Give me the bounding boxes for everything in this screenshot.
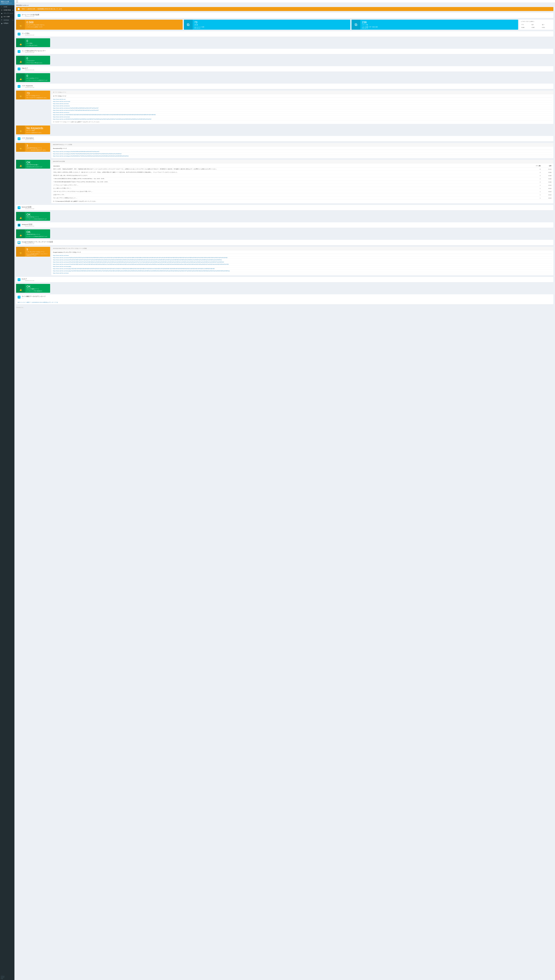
table-row: 所沢店の引っ越しの為、9月30日(土)はお休みさせてただきます。20.029 <box>53 174 552 177</box>
brand-header: BBネイル 様 OhNeed Support ページ <box>0 0 14 5</box>
download-link[interactable]: BBネイル サイト解析データ(2018/02/12 00:41:08取得)をダウ… <box>18 302 58 303</box>
clock-icon: ◷ <box>1 9 3 11</box>
link-item[interactable]: https://www.nail-bb.com/%E3%83%9C%E3%83%… <box>53 114 552 116</box>
table-row: 〒359-1131埼玉県所沢市久米551-10 湯藤ビル3FTEL: 04-29… <box>53 177 552 181</box>
link-item[interactable]: https://www.nail-bb.com/campaign/%E3%81%… <box>53 267 552 270</box>
table-row: BBネイル所沢・川越店は完全要望で、所沢・川越地域の皆様に愛されるアットホームな… <box>53 168 552 171</box>
link-item[interactable]: https://www.nail-bb.com/access/%e5%b0%8f… <box>53 107 552 109</box>
chart-icon: ▤ <box>1 16 3 18</box>
link-item[interactable]: https://www.nail-bb.com/menu <box>53 102 552 105</box>
thumb-up-icon <box>19 233 21 235</box>
desc-stat: 3 DESCRIPTIONのないページ 3ページにdescriptionが設定さ… <box>16 143 50 152</box>
thumb-up-icon <box>19 77 21 78</box>
table-row: 大人っぽいデザインの親指を入れました^_…10.014 <box>53 197 552 200</box>
topbar <box>14 0 555 3</box>
alert-text: 「BBネール様Web分析」の更新期限が2018-03-30に迫っています。 <box>21 8 63 10</box>
section-icon: D <box>18 137 21 140</box>
link-item[interactable]: https://www.nail-bb.com/campaign <box>53 266 552 267</box>
link-item[interactable]: https://www.nail-bb.com/news/10%e6%9c%88… <box>53 259 552 261</box>
table-row: スモーキーピンクでマットネイルですがパールと合わせて可愛いです^_…10.014 <box>53 190 552 193</box>
thumb-down-icon <box>19 129 21 131</box>
nav-item[interactable]: ◷HOME PAGE▾ <box>0 8 14 12</box>
desc-ok-detail: DESCRIPTIONの詳細 descriptionページ数比率BBネイル所沢・… <box>51 160 553 203</box>
thumb-down-icon <box>19 94 21 96</box>
menu-toggle-icon[interactable] <box>16 0 18 2</box>
brand-title: BBネイル 様 <box>1 1 13 2</box>
ga-stat: 9 トラッキングコードのないページ 9ページにGoogle Analyticsト… <box>16 247 50 257</box>
sidebar-footer: OhNeed Support Page <box>0 975 14 980</box>
link-broken-stat: 0 リンク切れ リンク切れはありません <box>16 38 50 47</box>
brand-sub: OhNeed Support ページ <box>1 2 13 4</box>
link-item[interactable]: https://www.nail-bb.com/news <box>53 255 552 257</box>
section-icon: ⚠ <box>18 50 21 53</box>
section-icon: T <box>18 67 21 70</box>
link-item[interactable]: https://www.nail-bb.com/contact <box>53 116 552 118</box>
nav-item[interactable]: GGOOGLE+ <box>0 18 14 22</box>
response-table: レスポンスタイム(SEC.) 平均 最大 最小 0.568 3.587 0.37… <box>519 20 553 30</box>
link-item[interactable]: https://www.nail-bb.com/campaign/%e3%81%… <box>53 270 552 272</box>
caret-icon: + <box>13 19 13 21</box>
h1-stat: OK H1タグが複数のページ すべてのページでH1が1個定義です <box>16 284 50 293</box>
nav-item[interactable]: ▦利用規約 <box>0 22 14 25</box>
section-icon: 📊 <box>18 241 21 244</box>
ga-detail: GOOGLE ANALYTICSトラッキングコードのないページの詳細 Googl… <box>51 247 553 275</box>
link-item[interactable]: https://www.nail-bb.com/category/%e5%b7%… <box>53 153 552 155</box>
alert-icon: ! <box>18 8 20 10</box>
nav-item[interactable]: ▣スナップショット <box>0 12 14 15</box>
thumb-up-icon <box>19 215 21 217</box>
section-icon: ⬇ <box>18 296 21 298</box>
section-icon: 📱 <box>18 224 21 227</box>
alert-banner: ! 「BBネール様Web分析」の更新期限が2018-03-30に迫っています。 <box>16 7 553 11</box>
access-error-stat: 0 アクセスエラー アクセスできないURLはありません <box>16 56 50 64</box>
table-row: お花のデザインです…10.014 <box>53 193 552 197</box>
content: 英数英数のお知らせ ! 「BBネール様Web分析」の更新期限が2018-03-3… <box>14 0 555 980</box>
section-icon: K <box>18 85 21 88</box>
thumb-up-icon <box>19 163 21 165</box>
sitemap-icon: ⧉ <box>187 22 189 27</box>
link-item[interactable]: https://www.nail-bb.com/category/%e9%96%… <box>53 155 552 157</box>
speed-section: ⏱ ホームページの表示速度 ——— 2018/02/12 00:41:08 <box>16 13 553 18</box>
link-item[interactable]: https://www.nail-bb.com/access <box>53 105 552 107</box>
section-icon: H <box>18 278 21 281</box>
sitemap-icon: ⧉ <box>355 22 357 27</box>
desc-detail: DESCRIPTIONのないページの詳細 Descriptionのないページ h… <box>51 143 553 158</box>
title-stat: 0 タイトルのないページ すべてのページにタイトルが設定されています <box>16 73 50 82</box>
favicon-stat: OK FAVICONのないページ すべてのページにfaviconが設定されていま… <box>16 212 50 221</box>
table-row: パープルとシルバーを使ったデザインです^_…10.014 <box>53 184 552 187</box>
link-item[interactable]: https://www.nail-bb.com/concept <box>53 101 552 102</box>
thumb-down-icon <box>19 24 21 26</box>
link-broken-section: 🔗 リンク切れ ——— 2018/02/12 00:41:08 <box>16 31 553 37</box>
table-row: 日頃よりBBネイル所沢店をご利用いただきまして、誠にありがとうございます。当店は… <box>53 171 552 174</box>
link-item[interactable]: https://www.nail-bb.com/access/%e5%b7%9d… <box>53 109 552 112</box>
nav-item[interactable]: ⌂HOME <box>0 5 14 8</box>
info-box: ⧉236メディア数メディア(画像・音声・動画)の総数非常に多すぎ <box>351 20 518 30</box>
thumb-up-icon <box>19 42 21 44</box>
table-row: ひょう柄ネイルで可愛いです^_^…10.014 <box>53 187 552 190</box>
nav-list: ⌂HOME◷HOME PAGE▾▣スナップショット▤サイト分析GGOOGLE+▦… <box>0 5 14 25</box>
info-box: 0.568ホームページのレスポンスタイムレスポンスタイムは妥当レベルです <box>16 20 183 30</box>
link-item[interactable]: https://www.nail-bb.com/news/10%e6%9c%88… <box>53 261 552 263</box>
link-item[interactable]: https://www.nail-bb.com/news/%e8%aa%a0%e… <box>53 257 552 259</box>
table-row: 〒350-0043埼玉県川越市新富町2丁目23-17 TK2ビル2FTEL: 0… <box>53 181 552 184</box>
alerts-section-title: 英数英数のお知らせ <box>16 5 553 6</box>
thumb-down-icon <box>19 251 21 253</box>
speed-row: 0.568ホームページのレスポンスタイムレスポンスタイムは妥当レベルです⧉73U… <box>16 20 553 30</box>
nav-item[interactable]: ▤サイト分析 <box>0 15 14 18</box>
link-item[interactable]: https://www.nail-bb.com/category/%e5%b0%… <box>53 151 552 153</box>
home-icon: ⌂ <box>1 6 3 8</box>
link-item[interactable]: https://www.nail-bb.com/news/11%e6%9c%88… <box>53 263 552 266</box>
speed-title: ホームページの表示速度 <box>22 14 39 16</box>
speed-section-icon: ⏱ <box>18 14 21 17</box>
thumb-up-icon <box>19 59 21 61</box>
link-item[interactable]: https://www.nail-bb.com/store <box>53 272 552 274</box>
sidebar: BBネイル 様 OhNeed Support ページ ⌂HOME◷HOME PA… <box>0 0 14 980</box>
no-keywords-stat: No Keywords キーワード種 0 キーワードは設定されていません。 <box>16 125 50 135</box>
section-icon: 🔗 <box>18 33 21 35</box>
link-item[interactable]: https://www.nail-bb.com <box>53 98 552 101</box>
info-box: ⧉73URL数ユニークページの総数非常に多すぎ <box>184 20 350 30</box>
keywords-detail: キーワードのないページ キーワードのないページ https://www.nail… <box>51 91 553 124</box>
footer-brand: Ohneed Inc. <box>16 306 553 309</box>
link-item[interactable]: https://www.nail-bb.com/2018/02/11/%e3%8… <box>53 118 552 120</box>
link-item[interactable]: https://www.nail-bb.com/recruit <box>53 112 552 114</box>
caret-icon: ▾ <box>13 10 13 11</box>
